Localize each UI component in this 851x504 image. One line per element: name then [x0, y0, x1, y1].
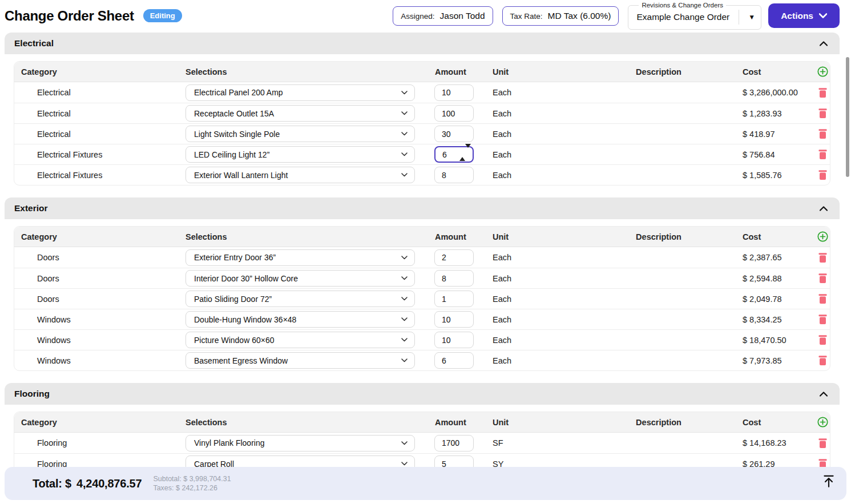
selection-value: Exterior Wall Lantern Light	[194, 171, 401, 180]
column-header-cost: Cost	[743, 232, 814, 241]
selection-dropdown[interactable]: Basement Egress Window	[185, 352, 415, 369]
tax-rate-box[interactable]: Tax Rate: MD Tax (6.00%)	[502, 6, 619, 26]
chevron-down-icon	[401, 441, 408, 445]
assigned-box[interactable]: Assigned: Jason Todd	[393, 6, 493, 26]
delete-row-button[interactable]	[818, 334, 828, 345]
selection-dropdown[interactable]: Exterior Wall Lantern Light	[185, 167, 415, 183]
category-cell: Windows	[14, 336, 185, 345]
amount-input[interactable]	[434, 311, 474, 328]
trash-icon	[818, 87, 828, 98]
number-stepper-icons[interactable]	[459, 148, 471, 157]
section: Exterior Category Selections Amount Unit…	[5, 197, 840, 376]
section-header[interactable]: Exterior	[5, 197, 840, 219]
tax-rate-value: MD Tax (6.00%)	[548, 11, 611, 21]
amount-input[interactable]	[434, 249, 474, 266]
selection-dropdown[interactable]: Interior Door 30” Hollow Core	[185, 270, 415, 287]
selection-value: Interior Door 30” Hollow Core	[194, 274, 401, 283]
delete-row-button[interactable]	[818, 252, 828, 263]
selection-dropdown[interactable]: LED Ceiling Light 12”	[185, 146, 415, 163]
amount-input[interactable]	[434, 270, 474, 287]
chevron-up-icon	[820, 206, 828, 211]
grand-total: Total: $ 4,240,876.57	[5, 477, 142, 490]
line-items-table: Category Selections Amount Unit Descript…	[14, 226, 830, 371]
category-cell: Windows	[14, 356, 185, 365]
selection-dropdown[interactable]: Picture Window 60×60	[185, 332, 415, 348]
amount-input[interactable]	[434, 126, 474, 142]
tax-rate-label: Tax Rate:	[510, 12, 543, 21]
cost-cell: $ 1,283.93	[743, 109, 814, 118]
amount-input[interactable]	[434, 291, 474, 307]
category-cell: Flooring	[14, 438, 185, 447]
delete-row-button[interactable]	[818, 128, 828, 139]
plus-circle-icon	[817, 417, 828, 428]
amount-input[interactable]	[434, 105, 474, 122]
column-header-description: Description	[636, 232, 681, 241]
section-body: Category Selections Amount Unit Descript…	[5, 54, 840, 190]
delete-row-button[interactable]	[818, 170, 828, 180]
actions-button[interactable]: Actions	[768, 3, 840, 28]
unit-cell: Each	[493, 356, 575, 365]
amount-input[interactable]	[434, 435, 474, 451]
cost-cell: $ 7,973.85	[743, 356, 814, 365]
cost-cell: $ 3,286,000.00	[743, 88, 814, 97]
total-value: 4,240,876.57	[76, 477, 142, 490]
cost-cell: $ 8,334.25	[743, 315, 814, 324]
cost-cell: $ 418.97	[743, 130, 814, 139]
delete-row-button[interactable]	[818, 355, 828, 366]
selection-dropdown[interactable]: Vinyl Plank Flooring	[185, 435, 415, 451]
section-header[interactable]: Flooring	[5, 383, 840, 405]
delete-row-button[interactable]	[818, 293, 828, 304]
table-row: Electrical Light Switch Single Pole	[14, 123, 830, 144]
amount-input[interactable]	[434, 167, 474, 183]
amount-input[interactable]	[434, 84, 474, 101]
amount-input[interactable]	[434, 332, 474, 348]
selection-dropdown[interactable]: Patio Sliding Door 72”	[185, 291, 415, 307]
column-header-unit: Unit	[493, 67, 575, 76]
section: Electrical Category Selections Amount Un…	[5, 33, 840, 190]
revisions-dropdown[interactable]: Revisions & Change Orders Example Change…	[628, 2, 761, 30]
column-header-amount: Amount	[434, 67, 493, 76]
category-cell: Electrical	[14, 109, 185, 118]
delete-row-button[interactable]	[818, 273, 828, 284]
cost-cell: $ 14,168.23	[743, 438, 814, 447]
unit-cell: Each	[493, 130, 575, 139]
amount-input[interactable]	[434, 352, 474, 369]
category-cell: Electrical Fixtures	[14, 171, 185, 180]
selection-dropdown[interactable]: Electrical Panel 200 Amp	[185, 84, 415, 101]
table-row: Windows Basement Egress Window	[14, 350, 830, 370]
unit-cell: Each	[493, 274, 575, 283]
section-header[interactable]: Electrical	[5, 33, 840, 54]
delete-row-button[interactable]	[818, 438, 828, 449]
selection-dropdown[interactable]: Exterior Entry Door 36”	[185, 249, 415, 266]
unit-cell: Each	[493, 253, 575, 262]
chevron-down-icon	[401, 462, 408, 466]
scrollbar[interactable]	[846, 57, 849, 177]
total-label: Total: $	[33, 477, 71, 490]
column-header-category: Category	[14, 67, 185, 76]
table-header-row: Category Selections Amount Unit Descript…	[14, 412, 830, 433]
trash-icon	[818, 170, 828, 180]
selection-dropdown[interactable]: Light Switch Single Pole	[185, 126, 415, 142]
collapse-section-button[interactable]	[818, 38, 829, 49]
category-cell: Doors	[14, 253, 185, 262]
chevron-down-icon	[401, 173, 408, 177]
chevron-down-icon	[401, 91, 408, 95]
add-row-button[interactable]	[817, 66, 828, 77]
collapse-section-button[interactable]	[818, 388, 829, 400]
delete-row-button[interactable]	[818, 149, 828, 160]
delete-row-button[interactable]	[818, 108, 828, 119]
scroll-to-top-button[interactable]	[821, 474, 836, 489]
collapse-section-button[interactable]	[818, 203, 829, 214]
status-badge: Editing	[143, 9, 182, 22]
delete-row-button[interactable]	[818, 314, 828, 325]
delete-row-button[interactable]	[818, 87, 828, 98]
plus-circle-icon	[817, 66, 828, 77]
selection-dropdown[interactable]: Receptacle Outlet 15A	[185, 105, 415, 122]
selection-dropdown[interactable]: Double-Hung Window 36×48	[185, 311, 415, 328]
add-row-button[interactable]	[817, 231, 828, 242]
column-header-selections: Selections	[185, 418, 434, 427]
table-row: Doors Interior Door 30” Hollow Core	[14, 268, 830, 288]
table-row: Doors Exterior Entry Door 36”	[14, 247, 830, 268]
add-row-button[interactable]	[817, 417, 828, 428]
topbar: Change Order Sheet Editing Assigned: Jas…	[0, 0, 851, 31]
